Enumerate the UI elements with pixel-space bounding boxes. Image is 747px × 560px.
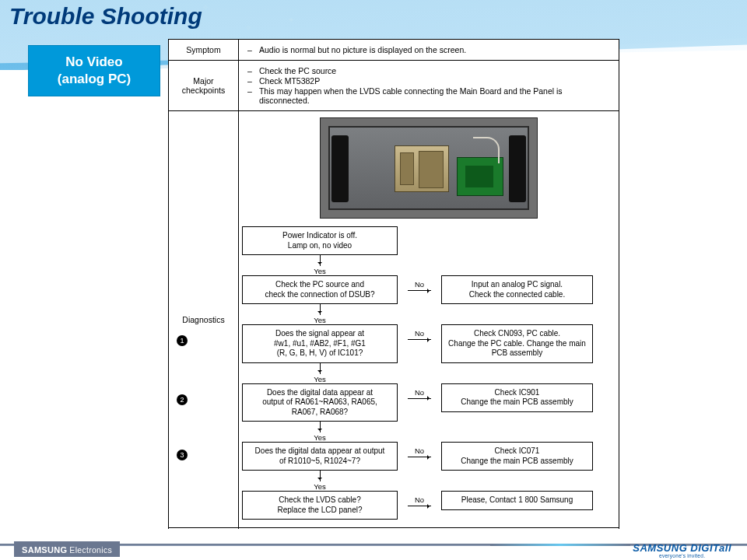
troubleshoot-sheet: Symptom –Audio is normal but no picture … [168,39,619,548]
row-symptom: Symptom –Audio is normal but no picture … [169,40,619,61]
badge-line2: (analog PC) [33,71,155,88]
yes-0: Yes [242,267,398,275]
step-num-2: 2 [177,394,188,405]
board-photo [320,117,538,219]
flow-side-4: Check IC071 Change the main PCB assembly [441,442,593,471]
diagnostics-area: Power Indicator is off. Lamp on, no vide… [239,111,619,527]
flow-box-1: Check the PC source and check the connec… [242,275,398,304]
page-title: Trouble Shooting [9,3,202,30]
yes-4: Yes [242,482,398,491]
step-num-3: 3 [177,450,188,460]
symptom-text: Audio is normal but no picture is displa… [259,45,466,54]
row-checkpoints: Major checkpoints –Check the PC source –… [169,61,619,111]
flow-side-2: Check CN093, PC cable. Change the PC cab… [441,324,593,363]
brand-sub: Electronics [69,545,112,555]
footer-digitall: SAMSUNG DIGITall everyone's invited. [633,542,731,558]
flow-box-3: Does the digital data appear at output o… [242,383,398,422]
label-symptom: Symptom [169,40,239,60]
no-3: No [415,383,424,397]
no-4: No [415,442,424,455]
row-diagnostics: Diagnostics Power Indicator is off. Lamp… [169,111,619,528]
topic-badge: No Video (analog PC) [28,45,160,96]
no-1: No [415,275,424,289]
footer: SAMSUNG Electronics SAMSUNG DIGITall eve… [0,529,747,560]
yes-1: Yes [242,316,398,324]
label-diagnostics: Diagnostics [169,111,239,527]
flow-box-2: Does the signal appear at #w1, #u1, #AB2… [242,324,398,363]
digitall-tag: everyone's invited. [633,553,731,558]
value-symptom: –Audio is normal but no picture is displ… [239,40,619,60]
flow-side-3: Check IC901 Change the main PCB assembly [441,383,593,412]
step-num-1: 1 [177,335,188,346]
badge-line1: No Video [33,54,155,71]
flow-box-0: Power Indicator is off. Lamp on, no vide… [242,226,398,255]
flow-side-5: Please, Contact 1 800 Samsung [441,491,593,510]
flow-box-5: Check the LVDS cable? Replace the LCD pa… [242,491,398,520]
flow-side-1: Input an analog PC signal. Check the con… [441,275,593,304]
checkpoint-2: This may happen when the LVDS cable conn… [259,86,611,105]
digitall-word: SAMSUNG DIGITall [633,542,731,554]
value-checkpoints: –Check the PC source –Check MT5382P –Thi… [239,61,619,110]
brand-word: SAMSUNG [22,545,67,555]
footer-brand: SAMSUNG Electronics [14,541,120,557]
checkpoint-1: Check MT5382P [259,76,320,86]
yes-3: Yes [242,433,398,442]
no-2: No [415,324,424,338]
yes-2: Yes [242,375,398,383]
flowchart: Power Indicator is off. Lamp on, no vide… [242,226,615,520]
checkpoint-0: Check the PC source [259,66,336,75]
no-5: No [415,491,424,504]
label-checkpoints: Major checkpoints [169,61,239,110]
flow-box-4: Does the digital data appear at output o… [242,442,398,471]
